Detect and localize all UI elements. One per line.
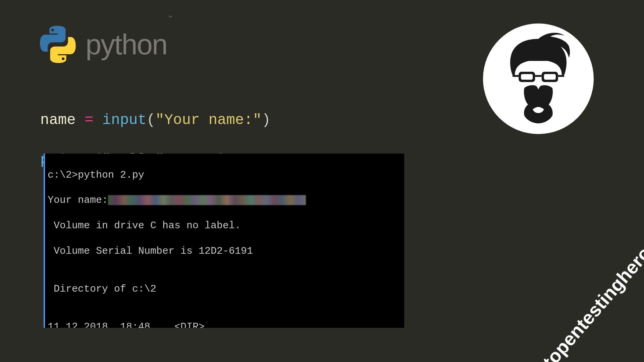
- code-string: "Your name:": [155, 112, 262, 128]
- python-icon: [39, 25, 77, 64]
- terminal-line: Volume Serial Number is 12D2-6191: [48, 245, 401, 258]
- terminal-line: c:\2>python 2.py: [48, 169, 401, 182]
- code-operator: =: [76, 112, 102, 128]
- terminal-line: Directory of c:\2: [48, 283, 401, 296]
- svg-rect-4: [558, 75, 564, 77]
- terminal-prompt: Your name:: [48, 194, 108, 206]
- svg-rect-2: [535, 75, 542, 77]
- python-logo-text: python: [86, 28, 167, 60]
- code-variable: name: [40, 112, 76, 128]
- terminal-line: 11.12.2018 18:48 <DIR> .: [48, 321, 401, 328]
- terminal-window: c:\2>python 2.py Your name: Volume in dr…: [44, 154, 404, 328]
- code-function: input: [102, 112, 147, 128]
- terminal-line: Your name:: [48, 194, 401, 207]
- terminal-line: Volume in drive C has no label.: [48, 220, 401, 232]
- svg-rect-5: [521, 74, 533, 80]
- svg-rect-6: [544, 74, 556, 80]
- code-paren: (: [147, 112, 155, 128]
- python-logo: python™: [39, 25, 170, 64]
- avatar-logo: [483, 23, 594, 134]
- trademark-symbol: ™: [169, 15, 172, 21]
- hashtag-text: #from0topentestinghero: [497, 242, 644, 362]
- svg-rect-3: [513, 75, 519, 77]
- redacted-input: [108, 195, 306, 205]
- code-paren: ): [262, 112, 270, 128]
